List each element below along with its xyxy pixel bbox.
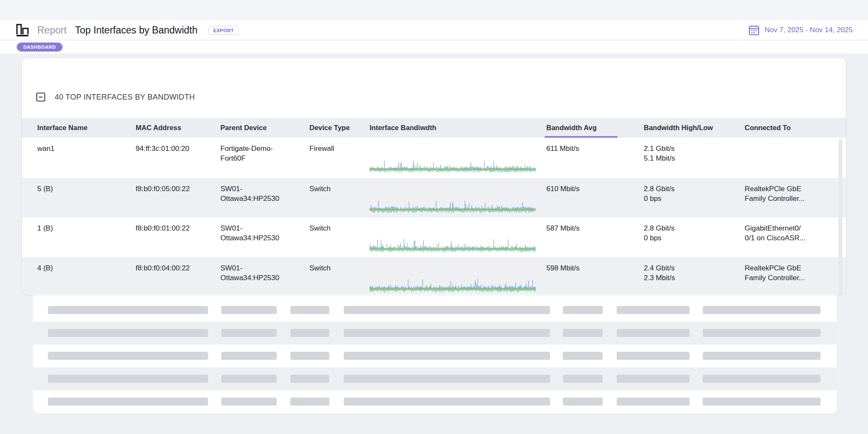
column-header-connected-to[interactable]: Connected To (745, 118, 846, 138)
skeleton-row (33, 345, 837, 367)
cell-mac-address: f8:b0:f0:04:00:22 (136, 257, 220, 294)
skeleton-bar (221, 306, 277, 314)
table-row[interactable]: wan1 94:ff:3c:01:00:20 Fortigate-Demo- F… (22, 138, 846, 178)
table-body: wan1 94:ff:3c:01:00:20 Fortigate-Demo- F… (22, 138, 846, 294)
widget-title-row: 40 TOP INTERFACES BY BANDWIDTH (36, 92, 195, 102)
sub-header: DASHBOARD (0, 40, 868, 54)
skeleton-bar (563, 375, 603, 383)
date-range-picker[interactable]: Nov 7, 2025 - Nov 14, 2025 (748, 25, 853, 36)
bandwidth-low-value: 5.1 Mbit/s (644, 154, 675, 162)
skeleton-bar (563, 352, 603, 360)
cell-device-type: Switch (309, 178, 370, 217)
skeleton-row (33, 390, 837, 413)
skeleton-bar (290, 398, 329, 406)
skeleton-bar (563, 306, 603, 314)
bandwidth-high-value: 2.8 Gbit/s (644, 224, 675, 232)
loading-skeleton-panel (33, 292, 837, 413)
cell-connected-to (745, 138, 823, 178)
skeleton-bar (344, 352, 550, 360)
skeleton-bar (48, 352, 208, 360)
skeleton-bar (48, 398, 208, 406)
cell-interface-name: 4 (B) (37, 257, 136, 294)
column-header-parent-device[interactable]: Parent Device (220, 118, 309, 138)
skeleton-bar (290, 375, 329, 383)
skeleton-bar (344, 375, 550, 383)
skeleton-bar (290, 352, 329, 360)
collapse-icon[interactable] (36, 92, 45, 102)
export-button[interactable]: EXPORT (209, 26, 239, 35)
skeleton-bar (703, 375, 821, 383)
bandwidth-high-value: 2.4 Gbit/s (644, 264, 675, 272)
skeleton-bar (48, 375, 208, 383)
cell-mac-address: 94:ff:3c:01:00:20 (136, 138, 220, 178)
calendar-icon (748, 25, 760, 36)
cell-mac-address: f8:b0:f0:01:00:22 (136, 217, 220, 257)
bandwidth-sparkline-chart (370, 159, 536, 175)
cell-interface-bandwidth (370, 178, 546, 217)
report-logo-icon (15, 23, 30, 37)
column-header-interface-bandiwdth[interactable]: Interface Bandiwdth (370, 118, 546, 138)
skeleton-row (33, 299, 837, 322)
cell-parent-device: SW01- Ottawa34:HP2530 (220, 217, 288, 257)
cell-device-type: Switch (309, 257, 370, 294)
skeleton-bar (344, 398, 550, 406)
table-scrollbar[interactable] (838, 139, 843, 295)
skeleton-bar (290, 306, 329, 314)
skeleton-bar (703, 306, 821, 314)
bandwidth-low-value: 0 bps (644, 195, 662, 203)
cell-bandwidth-high-low: 2.1 Gbit/s 5.1 Mbit/s (644, 138, 745, 178)
table-row[interactable]: 1 (B) f8:b0:f0:01:00:22 SW01- Ottawa34:H… (22, 217, 846, 257)
bandwidth-high-value: 2.1 Gbit/s (644, 145, 675, 153)
top-strip (0, 0, 868, 20)
cell-interface-name: 5 (B) (37, 178, 136, 217)
cell-bandwidth-high-low: 2.4 Gbit/s 2.3 Mbit/s (644, 257, 745, 294)
cell-parent-device: Fortigate-Demo- Fort60F (220, 138, 288, 178)
dashboard-badge[interactable]: DASHBOARD (17, 43, 62, 51)
app-header: Report Top Interfaces by Bandwidth EXPOR… (0, 20, 868, 40)
column-header-device-type[interactable]: Device Type (309, 118, 370, 138)
cell-connected-to: RealtekPCle GbE Family Controller... (745, 257, 823, 294)
column-header-bandwidth-avg[interactable]: Bandwidth Avg (546, 118, 644, 138)
cell-parent-device: SW01- Ottawa34:HP2530 (220, 257, 288, 294)
skeleton-bar (703, 329, 821, 337)
cell-bandwidth-avg: 611 Mbit/s (546, 138, 644, 178)
skeleton-bar (48, 306, 208, 314)
skeleton-bar (617, 375, 690, 383)
widget-title: 40 TOP INTERFACES BY BANDWIDTH (55, 93, 195, 102)
skeleton-bar (221, 375, 277, 383)
date-range-text: Nov 7, 2025 - Nov 14, 2025 (765, 26, 853, 34)
report-label: Report (37, 25, 67, 36)
cell-interface-bandwidth (370, 138, 546, 178)
bandwidth-sparkline-chart (370, 279, 536, 294)
skeleton-bar (221, 398, 277, 406)
skeleton-bar (290, 329, 329, 337)
skeleton-bar (703, 352, 821, 360)
table-row[interactable]: 4 (B) f8:b0:f0:04:00:22 SW01- Ottawa34:H… (22, 257, 846, 294)
cell-interface-name: wan1 (37, 138, 136, 178)
bandwidth-sparkline-chart (370, 239, 536, 254)
cell-mac-address: f8:b0:f0:05:00:22 (136, 178, 220, 217)
cell-device-type: Firewall (309, 138, 370, 178)
skeleton-bar (221, 329, 277, 337)
column-header-mac-address[interactable]: MAC Address (136, 118, 220, 138)
cell-connected-to: GigabitEthernet0/ 0/1 on CiscoASR... (745, 217, 823, 257)
table-header-row: Interface NameMAC AddressParent DeviceDe… (22, 118, 846, 138)
bandwidth-low-value: 2.3 Mbit/s (644, 274, 675, 282)
table-row[interactable]: 5 (B) f8:b0:f0:05:00:22 SW01- Ottawa34:H… (22, 178, 846, 217)
cell-bandwidth-avg: 598 Mbit/s (546, 257, 644, 294)
skeleton-row (33, 322, 837, 345)
skeleton-bar (617, 306, 690, 314)
cell-connected-to: RealtekPCle GbE Family Controller... (745, 178, 823, 217)
skeleton-bar (48, 329, 208, 337)
skeleton-bar (344, 329, 550, 337)
skeleton-bar (617, 398, 690, 406)
cell-bandwidth-avg: 610 Mbit/s (546, 178, 644, 217)
cell-parent-device: SW01- Ottawa34:HP2530 (220, 178, 288, 217)
cell-interface-name: 1 (B) (37, 217, 136, 257)
column-header-interface-name[interactable]: Interface Name (37, 118, 136, 138)
skeleton-bar (617, 329, 690, 337)
report-widget-card: 40 TOP INTERFACES BY BANDWIDTH Interface… (22, 58, 846, 295)
skeleton-bar (703, 398, 821, 406)
column-header-bandwidth-high-low[interactable]: Bandwidth High/Low (644, 118, 745, 138)
cell-bandwidth-high-low: 2.8 Gbit/s 0 bps (644, 217, 745, 257)
